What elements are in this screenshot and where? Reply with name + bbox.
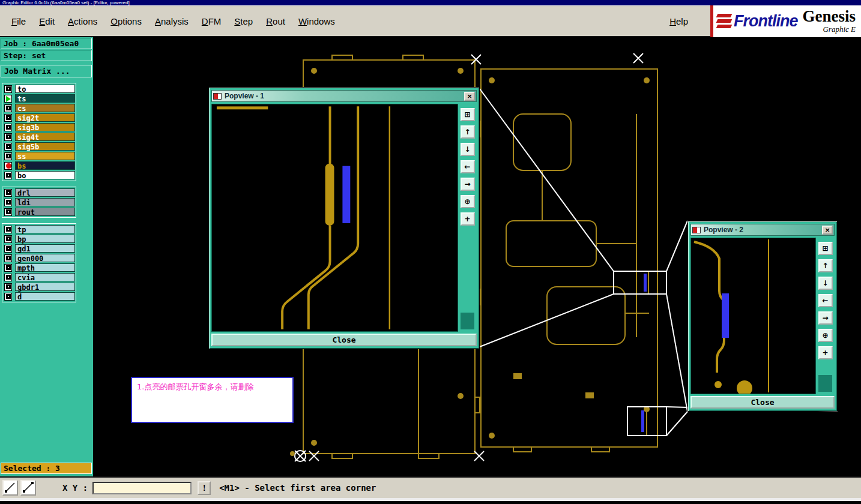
layer-checkbox[interactable]: [4, 199, 12, 206]
layer-label[interactable]: drl: [15, 188, 75, 197]
menu-windows[interactable]: Windows: [292, 13, 342, 29]
layer-row-d[interactable]: d: [3, 292, 75, 301]
layer-checkbox[interactable]: [4, 283, 12, 291]
popview-tool-pan-all[interactable]: +: [461, 212, 475, 226]
layer-label[interactable]: gbdr1: [15, 283, 75, 291]
layer-row-tp[interactable]: tp: [3, 224, 75, 234]
popview-2-close-button[interactable]: Close: [690, 396, 835, 409]
layer-row-ts[interactable]: ts: [3, 94, 75, 103]
layer-label[interactable]: to: [15, 85, 75, 93]
layer-row-sig2t[interactable]: sig2t: [3, 113, 75, 122]
layer-row-sig4t[interactable]: sig4t: [3, 132, 75, 142]
popview-1-close-button[interactable]: Close: [211, 334, 477, 346]
layer-label[interactable]: ts: [15, 94, 75, 103]
layer-row-bs[interactable]: bs: [3, 161, 75, 170]
layer-row-to[interactable]: to: [3, 84, 75, 94]
layer-checkbox[interactable]: [4, 85, 12, 93]
popview-tool-pan-right[interactable]: →: [461, 178, 475, 191]
layer-checkbox[interactable]: [4, 226, 12, 233]
menu-dfm[interactable]: DFM: [195, 13, 228, 29]
popview-scroll-chip[interactable]: [818, 375, 832, 392]
layer-row-mpth[interactable]: mpth: [3, 263, 75, 272]
layer-label[interactable]: d: [15, 292, 75, 301]
popview-tool-pan-down[interactable]: ↓: [818, 277, 833, 290]
popview-scroll-chip[interactable]: [461, 313, 474, 329]
xy-coordinates-input[interactable]: [92, 482, 192, 494]
layer-row-cvia[interactable]: cvia: [3, 272, 75, 282]
menu-actions[interactable]: Actions: [61, 13, 104, 29]
alert-button[interactable]: !: [198, 481, 211, 495]
layer-checkbox[interactable]: [4, 254, 12, 262]
layer-row-bp[interactable]: bp: [3, 234, 75, 244]
menu-help[interactable]: Help: [663, 13, 695, 29]
popview-tool-pan-right[interactable]: →: [818, 311, 833, 325]
job-matrix-button[interactable]: Job Matrix ...: [1, 65, 92, 77]
layer-label[interactable]: sig4t: [15, 133, 75, 141]
layer-checkbox[interactable]: [4, 133, 12, 141]
layer-row-bo[interactable]: bo: [3, 170, 75, 180]
popview-tool-pan-left[interactable]: ←: [818, 294, 833, 307]
layer-checkbox[interactable]: [4, 274, 12, 281]
layer-row-rout[interactable]: rout: [3, 207, 75, 217]
popview-tool-restore-window[interactable]: ⊞: [818, 242, 833, 255]
layer-checkbox[interactable]: [4, 189, 12, 197]
popview-tool-pan-all[interactable]: +: [818, 346, 833, 359]
layer-label[interactable]: sig3b: [15, 123, 75, 131]
popview-tool-zoom-select[interactable]: ⊕: [818, 329, 833, 342]
layer-row-gen000[interactable]: gen000: [3, 253, 75, 263]
window-titlebar[interactable]: Graphic Editor 6.0c1b (6aa0m05ea0 set) -…: [0, 0, 861, 5]
layer-label[interactable]: ss: [15, 152, 75, 160]
menu-analysis[interactable]: Analysis: [148, 13, 195, 29]
layer-checkbox[interactable]: [4, 264, 12, 272]
layer-row-ldi[interactable]: ldi: [3, 197, 75, 207]
layer-row-sig5b[interactable]: sig5b: [3, 142, 75, 151]
layer-label[interactable]: sig2t: [15, 113, 75, 122]
layer-row-gbdr1[interactable]: gbdr1: [3, 282, 75, 292]
layer-checkbox[interactable]: [4, 104, 12, 112]
layer-label[interactable]: tp: [15, 225, 75, 233]
layer-row-sig3b[interactable]: sig3b: [3, 122, 75, 132]
layer-row-gd1[interactable]: gd1: [3, 244, 75, 253]
layer-row-ss[interactable]: ss: [3, 151, 75, 161]
layer-label[interactable]: sig5b: [15, 142, 75, 151]
layer-label[interactable]: rout: [15, 208, 75, 216]
active-layer-marker-icon[interactable]: [4, 95, 12, 103]
layer-label[interactable]: ldi: [15, 198, 75, 206]
layer-checkbox[interactable]: [4, 245, 12, 253]
menu-options[interactable]: Options: [104, 13, 148, 29]
layer-label[interactable]: bo: [15, 171, 75, 179]
menu-file[interactable]: File: [5, 13, 32, 29]
layer-checkbox[interactable]: [4, 143, 12, 151]
popview-1-titlebar[interactable]: Popview - 1 ×: [211, 90, 477, 102]
layer-checkbox[interactable]: [4, 293, 12, 301]
menu-step[interactable]: Step: [228, 13, 259, 29]
layer-label[interactable]: cs: [15, 104, 75, 112]
layer-marker-red-icon[interactable]: [4, 162, 12, 170]
snap-mode-line-button[interactable]: [2, 480, 18, 496]
layer-row-cs[interactable]: cs: [3, 103, 75, 113]
layer-checkbox[interactable]: [4, 235, 12, 243]
layer-label[interactable]: bp: [15, 235, 75, 243]
layer-checkbox[interactable]: [4, 124, 12, 131]
layer-label[interactable]: gen000: [15, 254, 75, 262]
popview-tool-zoom-select[interactable]: ⊕: [461, 195, 475, 208]
popview-tool-pan-left[interactable]: ←: [461, 160, 475, 173]
layer-label[interactable]: cvia: [15, 273, 75, 281]
snap-mode-angle-button[interactable]: [20, 480, 36, 496]
layer-label[interactable]: gd1: [15, 244, 75, 253]
layer-label[interactable]: bs: [15, 161, 75, 170]
layer-checkbox[interactable]: [4, 152, 12, 160]
popview-1-canvas[interactable]: [211, 104, 458, 332]
menu-edit[interactable]: Edit: [32, 13, 61, 29]
popview-tool-pan-up[interactable]: ↑: [461, 125, 475, 139]
popview-tool-pan-up[interactable]: ↑: [818, 259, 833, 272]
layer-checkbox[interactable]: [4, 114, 12, 122]
menu-rout[interactable]: Rout: [259, 13, 292, 29]
popview-tool-restore-window[interactable]: ⊞: [461, 108, 475, 121]
popview-tool-pan-down[interactable]: ↓: [461, 143, 475, 156]
layer-checkbox[interactable]: [4, 208, 12, 216]
popview-2-titlebar[interactable]: Popview - 2 ×: [690, 224, 835, 236]
popview-2-close-x[interactable]: ×: [822, 226, 833, 235]
layer-checkbox[interactable]: [4, 172, 12, 179]
layer-row-drl[interactable]: drl: [3, 188, 75, 197]
